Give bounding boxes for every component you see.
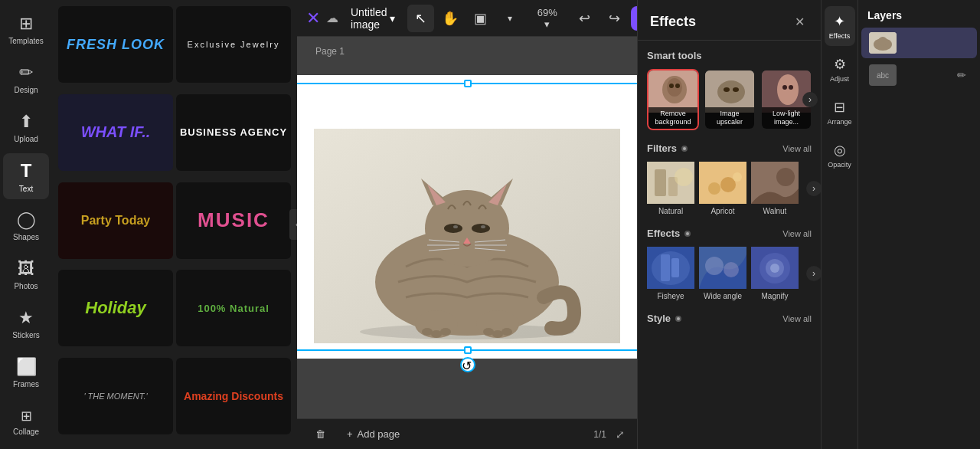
- template-music[interactable]: MUSIC: [176, 182, 291, 259]
- layer-thumb-cat: [869, 32, 897, 54]
- trash-icon: 🗑: [315, 428, 325, 440]
- handle-top-mid[interactable]: [464, 80, 472, 87]
- sidebar-item-stickers[interactable]: ★ Stickers: [3, 300, 49, 346]
- smart-tools-grid: Remove background Image upscaler: [647, 69, 812, 130]
- template-natural[interactable]: 100% Natural: [176, 270, 291, 346]
- filters-next-button[interactable]: ›: [806, 181, 821, 196]
- filter-walnut-thumb: [751, 162, 799, 204]
- template-party[interactable]: Party Today: [58, 182, 173, 259]
- svg-rect-53: [671, 258, 679, 277]
- svg-rect-52: [661, 254, 670, 281]
- effect-wide-angle[interactable]: Wide angle: [699, 247, 746, 300]
- hand-tool-button[interactable]: ✋: [437, 5, 464, 32]
- sidebar-item-design[interactable]: ✏ Design: [3, 55, 49, 101]
- effect-wide-thumb: [699, 247, 746, 289]
- layout-tool-button[interactable]: ▣: [467, 5, 494, 32]
- canva-logo[interactable]: ✕: [306, 8, 320, 28]
- redo-button[interactable]: ↪: [601, 5, 628, 32]
- arrange-rtool-icon: ⊟: [834, 99, 845, 116]
- filters-view-all-button[interactable]: View all: [782, 144, 812, 153]
- svg-point-22: [431, 330, 442, 338]
- layer-thumb-text: abc: [869, 64, 897, 86]
- sidebar-item-photos[interactable]: 🖼 Photos: [3, 251, 49, 297]
- filter-walnut[interactable]: Walnut: [751, 162, 799, 215]
- page-indicator: 1/1: [593, 429, 606, 440]
- rtool-arrange[interactable]: ⊟ Arrange: [825, 92, 855, 132]
- effect-magnify[interactable]: Magnify: [751, 247, 799, 300]
- svg-point-39: [789, 85, 793, 90]
- canvas[interactable]: ↺: [297, 75, 637, 359]
- frames-icon: ⬜: [16, 357, 37, 377]
- template-panel: FRESH LOOK Exclusive Jewelry WHAT IF.. B…: [52, 0, 297, 449]
- svg-point-51: [652, 251, 690, 285]
- effects-next-button[interactable]: ›: [806, 266, 821, 281]
- rotate-handle[interactable]: ↺: [460, 357, 475, 372]
- photos-icon: 🖼: [18, 259, 34, 279]
- page-label: Page 1: [315, 46, 345, 57]
- svg-point-43: [675, 168, 693, 186]
- layout-dropdown-button[interactable]: ▾: [496, 5, 523, 32]
- svg-point-38: [782, 85, 787, 90]
- filter-apricot[interactable]: Apricot: [699, 162, 746, 215]
- stickers-icon: ★: [18, 308, 34, 328]
- svg-point-60: [770, 264, 779, 273]
- svg-point-10: [453, 225, 458, 228]
- effects-sublabel: Effects: [647, 228, 691, 239]
- file-name-button[interactable]: Untitled image ▾: [345, 3, 401, 34]
- filter-natural-thumb: [647, 162, 694, 204]
- filters-badge: [681, 146, 688, 152]
- add-page-button[interactable]: + Add page: [341, 425, 406, 443]
- add-icon: +: [347, 428, 353, 440]
- effects-panel: Effects ✕ Smart tools Remove backgrou: [637, 0, 821, 449]
- layer-item-text[interactable]: abc ✏: [861, 60, 977, 90]
- layer-item-cat[interactable]: [861, 28, 977, 58]
- sidebar-item-upload[interactable]: ⬆ Upload: [3, 104, 49, 150]
- svg-point-63: [878, 37, 887, 46]
- svg-point-9: [472, 224, 490, 233]
- template-amazing[interactable]: Amazing Discounts: [176, 358, 291, 434]
- svg-rect-41: [655, 169, 666, 196]
- effects-badge: [684, 231, 691, 237]
- rtool-adjust[interactable]: ⚙ Adjust: [825, 49, 855, 89]
- sidebar-item-text[interactable]: T Text: [3, 153, 49, 199]
- canvas-container[interactable]: Page 1 ⊡ ⊞ ⧉ ••• ↺: [297, 37, 637, 418]
- file-title: Untitled image: [351, 6, 387, 31]
- template-holiday[interactable]: Holiday: [58, 270, 173, 346]
- effects-close-button[interactable]: ✕: [790, 12, 808, 31]
- export-button[interactable]: Export: [631, 6, 637, 31]
- template-whatif[interactable]: WHAT IF..: [58, 94, 173, 171]
- sidebar-item-collage[interactable]: ⊞ Collage: [3, 398, 49, 444]
- filter-apricot-thumb: [699, 162, 746, 204]
- zoom-button[interactable]: 69% ▾: [526, 4, 568, 33]
- style-view-all-button[interactable]: View all: [782, 314, 812, 323]
- template-business[interactable]: BUSINESS AGENCY: [176, 94, 291, 171]
- template-fresh[interactable]: FRESH LOOK: [58, 6, 173, 83]
- text-icon: T: [21, 160, 32, 182]
- smart-tool-remove-bg[interactable]: Remove background: [647, 69, 699, 130]
- expand-button[interactable]: ⤢: [616, 428, 625, 441]
- smart-tool-upscaler[interactable]: Image upscaler: [704, 69, 756, 130]
- template-exclusive[interactable]: Exclusive Jewelry: [176, 6, 291, 83]
- template-moment[interactable]: ' THE MOMENT.': [58, 358, 173, 434]
- rtool-opacity[interactable]: ◎ Opacity: [825, 135, 855, 175]
- filter-natural[interactable]: Natural: [647, 162, 694, 215]
- svg-point-8: [444, 224, 462, 233]
- undo-button[interactable]: ↩: [571, 5, 598, 32]
- svg-point-24: [483, 328, 494, 336]
- cloud-icon: ☁: [326, 11, 338, 25]
- rtool-effects[interactable]: ✦ Effects: [825, 6, 855, 46]
- bottom-bar: 🗑 + Add page 1/1 ⤢: [297, 418, 637, 449]
- select-tool-button[interactable]: ↖: [407, 5, 434, 32]
- smart-tools-next-button[interactable]: ›: [802, 92, 818, 107]
- collapse-panel-button[interactable]: ‹: [289, 209, 297, 240]
- layer-edit-icon: ✏: [954, 67, 969, 83]
- effects-view-all-button[interactable]: View all: [782, 229, 812, 238]
- style-label: Style: [647, 313, 681, 324]
- sidebar-item-shapes[interactable]: ◯ Shapes: [3, 202, 49, 248]
- svg-point-49: [776, 168, 795, 186]
- sidebar-item-frames[interactable]: ⬜ Frames: [3, 349, 49, 395]
- handle-bot-mid[interactable]: [464, 346, 472, 354]
- delete-button[interactable]: 🗑: [309, 425, 332, 443]
- sidebar-item-templates[interactable]: ⊞ Templates: [3, 6, 49, 52]
- effect-fisheye[interactable]: Fisheye: [647, 247, 694, 300]
